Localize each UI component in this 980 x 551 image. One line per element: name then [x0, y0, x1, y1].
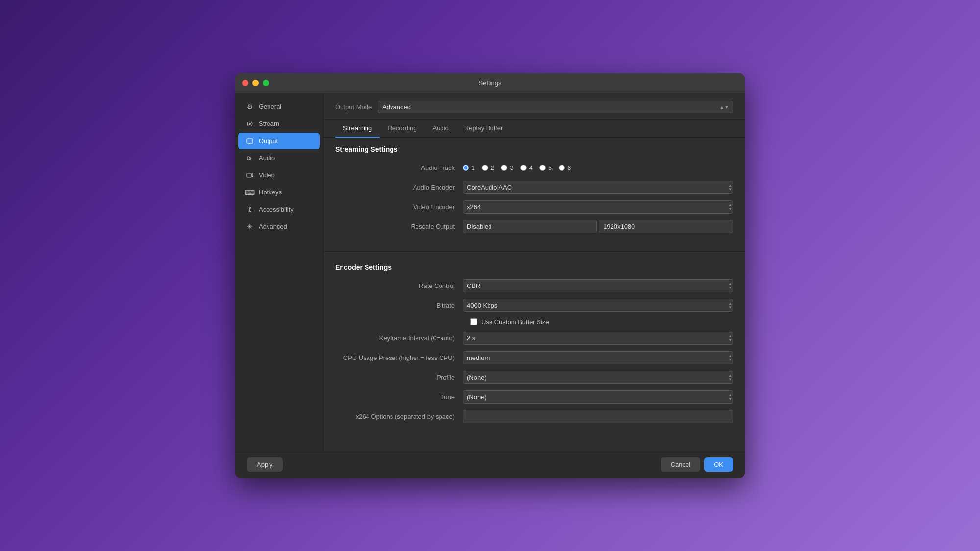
- cpu-usage-row: CPU Usage Preset (higher = less CPU) ult…: [335, 351, 733, 365]
- video-encoder-select[interactable]: x264 Apple VT H264 Hardware Encoder: [463, 200, 733, 214]
- keyframe-select[interactable]: 0 s 2 s 1 s 3 s: [463, 332, 733, 345]
- audio-track-4[interactable]: 4: [520, 164, 533, 171]
- keyframe-row: Keyframe Interval (0=auto) 0 s 2 s 1 s 3…: [335, 332, 733, 345]
- audio-track-1[interactable]: 1: [463, 164, 475, 171]
- tab-replay-buffer[interactable]: Replay Buffer: [457, 120, 511, 138]
- footer-right: Cancel OK: [661, 457, 733, 472]
- main-content: Output Mode Simple Advanced ▲▼ Streaming…: [323, 93, 745, 451]
- tune-row: Tune (None) film animation grain ▲ ▼: [335, 390, 733, 404]
- sidebar-item-hotkeys[interactable]: ⌨ Hotkeys: [238, 184, 320, 201]
- cancel-button[interactable]: Cancel: [661, 457, 700, 472]
- tune-label: Tune: [335, 393, 463, 401]
- tune-select[interactable]: (None) film animation grain: [463, 390, 733, 404]
- apply-button[interactable]: Apply: [247, 457, 283, 472]
- stream-icon: [246, 120, 254, 128]
- rescale-output-row: Rescale Output Disabled 1920x1080 1280x7…: [335, 220, 733, 234]
- audio-track-5[interactable]: 5: [539, 164, 552, 171]
- audio-track-6[interactable]: 6: [559, 164, 571, 171]
- close-button[interactable]: [242, 80, 248, 86]
- titlebar: Settings: [235, 73, 745, 93]
- bitrate-select[interactable]: 4000 Kbps 2500 Kbps 6000 Kbps: [463, 299, 733, 312]
- custom-buffer-row: Use Custom Buffer Size: [335, 318, 733, 326]
- rate-control-label: Rate Control: [335, 282, 463, 289]
- x264-options-row: x264 Options (separated by space): [335, 410, 733, 424]
- x264-options-control: [463, 410, 733, 423]
- sidebar: ⚙ General Stream: [235, 93, 323, 451]
- footer: Apply Cancel OK: [235, 451, 745, 478]
- cpu-usage-control: ultrafast superfast veryfast faster fast…: [463, 351, 733, 364]
- bitrate-row: Bitrate 4000 Kbps 2500 Kbps 6000 Kbps ▲ …: [335, 299, 733, 312]
- output-mode-select[interactable]: Simple Advanced: [378, 101, 733, 113]
- ok-button[interactable]: OK: [704, 457, 733, 472]
- audio-track-label: Audio Track: [335, 164, 463, 171]
- sidebar-label-general: General: [259, 103, 281, 110]
- streaming-settings-section: Streaming Settings Audio Track 1 2 3: [323, 138, 745, 247]
- keyframe-control: 0 s 2 s 1 s 3 s ▲ ▼: [463, 332, 733, 345]
- rescale-output-select[interactable]: Disabled 1920x1080 1280x720: [463, 220, 597, 233]
- rate-control-control: CBR VBR ABR CRF ▲ ▼: [463, 279, 733, 292]
- hotkeys-icon: ⌨: [246, 189, 254, 196]
- accessibility-icon: [246, 206, 254, 214]
- sidebar-item-general[interactable]: ⚙ General: [238, 98, 320, 115]
- gear-icon: ⚙: [246, 103, 254, 111]
- cpu-usage-select[interactable]: ultrafast superfast veryfast faster fast…: [463, 351, 733, 364]
- tab-streaming[interactable]: Streaming: [335, 120, 380, 138]
- video-icon: [246, 171, 254, 179]
- custom-buffer-checkbox[interactable]: [470, 318, 477, 325]
- tab-recording[interactable]: Recording: [380, 120, 424, 138]
- rate-control-select[interactable]: CBR VBR ABR CRF: [463, 279, 733, 292]
- video-encoder-control: x264 Apple VT H264 Hardware Encoder ▲ ▼: [463, 200, 733, 214]
- bitrate-control: 4000 Kbps 2500 Kbps 6000 Kbps ▲ ▼: [463, 299, 733, 312]
- encoder-settings-section: Encoder Settings Rate Control CBR VBR AB…: [323, 256, 745, 437]
- svg-point-4: [249, 207, 251, 208]
- maximize-button[interactable]: [263, 80, 269, 86]
- window-title: Settings: [479, 79, 502, 87]
- sidebar-label-advanced: Advanced: [259, 223, 287, 230]
- svg-point-0: [249, 123, 251, 125]
- audio-track-row: Audio Track 1 2 3 4: [335, 161, 733, 175]
- video-encoder-row: Video Encoder x264 Apple VT H264 Hardwar…: [335, 200, 733, 214]
- video-encoder-label: Video Encoder: [335, 203, 463, 211]
- rescale-resolution-select[interactable]: 1920x1080 1280x720: [599, 220, 733, 233]
- bitrate-label: Bitrate: [335, 302, 463, 309]
- tab-audio[interactable]: Audio: [425, 120, 457, 138]
- audio-encoder-control: CoreAudio AAC FFmpeg AAC ▲ ▼: [463, 181, 733, 194]
- rescale-output-label: Rescale Output: [335, 223, 463, 230]
- sidebar-label-hotkeys: Hotkeys: [259, 189, 282, 196]
- sidebar-label-accessibility: Accessibility: [259, 206, 294, 213]
- output-mode-select-wrapper: Simple Advanced ▲▼: [378, 101, 733, 113]
- x264-options-input[interactable]: [463, 410, 733, 423]
- profile-control: (None) baseline main high ▲ ▼: [463, 371, 733, 384]
- keyframe-label: Keyframe Interval (0=auto): [335, 335, 463, 342]
- x264-options-label: x264 Options (separated by space): [335, 413, 463, 420]
- sidebar-item-output[interactable]: Output: [238, 133, 320, 149]
- profile-label: Profile: [335, 374, 463, 381]
- minimize-button[interactable]: [252, 80, 259, 86]
- sidebar-item-advanced[interactable]: ✳ Advanced: [238, 218, 320, 235]
- sidebar-item-audio[interactable]: Audio: [238, 150, 320, 167]
- tune-control: (None) film animation grain ▲ ▼: [463, 390, 733, 404]
- sidebar-item-video[interactable]: Video: [238, 167, 320, 184]
- audio-track-2[interactable]: 2: [482, 164, 494, 171]
- audio-track-3[interactable]: 3: [501, 164, 513, 171]
- svg-rect-1: [247, 139, 253, 143]
- svg-rect-2: [247, 157, 249, 160]
- tabs-bar: Streaming Recording Audio Replay Buffer: [323, 120, 745, 138]
- audio-encoder-row: Audio Encoder CoreAudio AAC FFmpeg AAC ▲…: [335, 181, 733, 194]
- audio-encoder-select[interactable]: CoreAudio AAC FFmpeg AAC: [463, 181, 733, 194]
- output-icon: [246, 137, 254, 145]
- sidebar-item-accessibility[interactable]: Accessibility: [238, 201, 320, 218]
- custom-buffer-label[interactable]: Use Custom Buffer Size: [481, 318, 549, 326]
- rate-control-row: Rate Control CBR VBR ABR CRF ▲ ▼: [335, 279, 733, 293]
- cpu-usage-label: CPU Usage Preset (higher = less CPU): [335, 354, 463, 361]
- window-content: ⚙ General Stream: [235, 93, 745, 451]
- sidebar-label-output: Output: [259, 137, 278, 144]
- audio-encoder-label: Audio Encoder: [335, 184, 463, 191]
- settings-window: Settings ⚙ General Stream: [235, 73, 745, 478]
- encoder-settings-title: Encoder Settings: [335, 264, 733, 271]
- titlebar-buttons: [242, 80, 269, 86]
- advanced-icon: ✳: [246, 223, 254, 231]
- profile-select[interactable]: (None) baseline main high: [463, 371, 733, 384]
- audio-track-controls: 1 2 3 4 5: [463, 164, 733, 171]
- sidebar-item-stream[interactable]: Stream: [238, 116, 320, 132]
